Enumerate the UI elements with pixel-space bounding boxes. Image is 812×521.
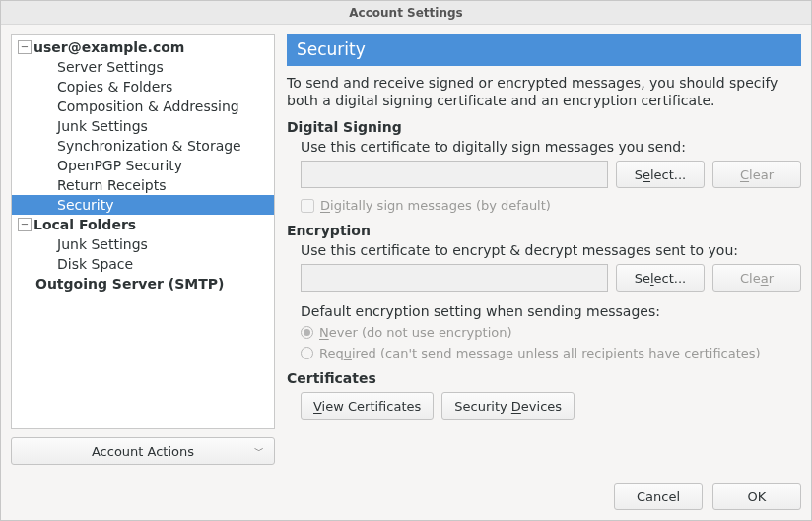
tree-label: user@example.com	[34, 37, 184, 57]
account-actions-label: Account Actions	[92, 444, 194, 459]
radio-icon	[301, 347, 313, 359]
sign-by-default-checkbox: Digitally sign messages (by default)	[301, 198, 801, 213]
tree-item[interactable]: Junk Settings	[12, 116, 274, 136]
tree-account[interactable]: Outgoing Server (SMTP)	[12, 274, 274, 293]
tree-label: Junk Settings	[55, 116, 148, 136]
tree-item[interactable]: Composition & Addressing	[12, 97, 274, 116]
tree-label: Outgoing Server (SMTP)	[34, 274, 224, 293]
tree-item[interactable]: Disk Space	[12, 254, 274, 274]
tree-account[interactable]: −Local Folders	[12, 215, 274, 234]
tree-item[interactable]: Server Settings	[12, 57, 274, 77]
encryption-required-radio: Required (can't send message unless all …	[301, 346, 801, 360]
encryption-heading: Encryption	[287, 223, 801, 238]
signing-hint: Use this certificate to digitally sign m…	[301, 139, 801, 155]
encryption-cert-field[interactable]	[301, 264, 608, 292]
ok-button[interactable]: OK	[712, 483, 801, 510]
window-title: Account Settings	[1, 1, 811, 25]
tree-label: Security	[55, 195, 114, 215]
tree-label: Composition & Addressing	[55, 97, 239, 116]
main-panel: Security To send and receive signed or e…	[287, 34, 801, 465]
view-certificates-button[interactable]: View Certificates	[301, 392, 434, 420]
account-actions-button[interactable]: Account Actions ﹀	[11, 437, 275, 465]
accounts-tree[interactable]: −user@example.comServer SettingsCopies &…	[11, 34, 275, 429]
signing-select-button[interactable]: Select...	[616, 161, 705, 188]
content-area: −user@example.comServer SettingsCopies &…	[1, 25, 811, 475]
security-devices-button[interactable]: Security Devices	[441, 392, 575, 420]
encryption-never-radio: Never (do not use encryption)	[301, 325, 801, 340]
panel-description: To send and receive signed or encrypted …	[287, 74, 801, 109]
tree-item[interactable]: Synchronization & Storage	[12, 136, 274, 156]
tree-label: Local Folders	[34, 215, 136, 234]
default-encryption-label: Default encryption setting when sending …	[301, 303, 801, 319]
digital-signing-heading: Digital Signing	[287, 119, 801, 135]
cancel-button[interactable]: Cancel	[614, 483, 703, 510]
signing-cert-field[interactable]	[301, 161, 608, 188]
tree-item[interactable]: Return Receipts	[12, 175, 274, 195]
tree-account[interactable]: −user@example.com	[12, 37, 274, 57]
account-settings-window: Account Settings −user@example.comServer…	[0, 0, 812, 521]
chevron-down-icon: ﹀	[254, 444, 264, 458]
encryption-select-button[interactable]: Select...	[616, 264, 705, 292]
tree-label: Synchronization & Storage	[55, 136, 241, 156]
tree-item[interactable]: Junk Settings	[12, 234, 274, 254]
panel-heading: Security	[287, 34, 801, 66]
tree-item[interactable]: OpenPGP Security	[12, 156, 274, 175]
encryption-clear-button: Clear	[712, 264, 801, 292]
sidebar: −user@example.comServer SettingsCopies &…	[11, 34, 275, 465]
radio-icon	[301, 326, 313, 339]
encryption-hint: Use this certificate to encrypt & decryp…	[301, 242, 801, 258]
tree-label: Server Settings	[55, 57, 164, 77]
collapse-icon[interactable]: −	[18, 40, 32, 54]
tree-label: Disk Space	[55, 254, 133, 274]
tree-label: Junk Settings	[55, 234, 148, 254]
tree-item[interactable]: Copies & Folders	[12, 77, 274, 97]
tree-label: Return Receipts	[55, 175, 167, 195]
certificates-heading: Certificates	[287, 370, 801, 386]
tree-label: Copies & Folders	[55, 77, 172, 97]
sign-by-default-input	[301, 199, 314, 213]
collapse-icon[interactable]: −	[18, 218, 32, 231]
tree-item[interactable]: Security	[12, 195, 274, 215]
dialog-footer: Cancel OK	[1, 475, 811, 520]
tree-label: OpenPGP Security	[55, 156, 182, 175]
signing-clear-button: Clear	[712, 161, 801, 188]
